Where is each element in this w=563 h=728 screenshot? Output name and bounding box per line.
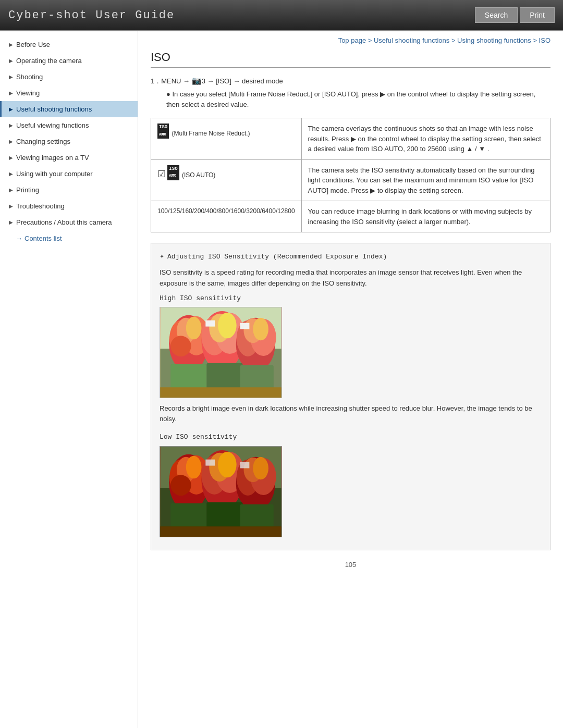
breadcrumb-using-shooting[interactable]: Using shooting functions: [457, 36, 531, 44]
sidebar-item-printing[interactable]: ▶ Printing: [0, 182, 138, 198]
svg-rect-20: [170, 364, 206, 390]
chevron-right-icon: ▶: [9, 155, 13, 161]
chevron-right-icon: ▶: [9, 42, 13, 47]
chevron-right-icon: ▶: [9, 187, 13, 193]
chevron-right-icon: ▶: [9, 139, 13, 144]
table-row: ☑ ISOAUTO (ISO AUTO) The camera sets the…: [151, 159, 550, 201]
sidebar-item-precautions[interactable]: ▶ Precautions / About this camera: [0, 214, 138, 230]
step1-text: 1．MENU → 📷3 → [ISO] → desired mode: [151, 76, 550, 86]
svg-point-7: [170, 336, 191, 357]
svg-point-12: [218, 313, 237, 338]
low-iso-label: Low ISO sensitivity: [160, 432, 542, 443]
high-iso-image: [160, 307, 282, 398]
contents-list-link[interactable]: → Contents list: [0, 230, 138, 246]
table-cell-desc: You can reduce image blurring in dark lo…: [301, 201, 550, 232]
chevron-right-icon: ▶: [9, 74, 13, 80]
sidebar-item-shooting[interactable]: ▶ Shooting: [0, 69, 138, 85]
sidebar-item-viewing[interactable]: ▶ Viewing: [0, 85, 138, 101]
print-button[interactable]: Print: [520, 7, 555, 23]
sidebar-item-operating[interactable]: ▶ Operating the camera: [0, 53, 138, 69]
iso-auto-badge: ISOAUTO: [167, 165, 179, 180]
gear-icon: ✦: [160, 251, 164, 263]
breadcrumb: Top page > Useful shooting functions > U…: [151, 36, 550, 44]
sidebar-item-using-computer[interactable]: ▶ Using with your computer: [0, 166, 138, 182]
sidebar-item-label: Operating the camera: [16, 57, 82, 65]
breadcrumb-top[interactable]: Top page: [338, 36, 366, 44]
sidebar-item-viewing-tv[interactable]: ▶ Viewing images on a TV: [0, 150, 138, 166]
table-cell-icon-label: (ISO AUTO): [182, 171, 215, 178]
svg-point-30: [186, 456, 202, 478]
sidebar-item-label: Changing settings: [16, 138, 70, 145]
sidebar-item-useful-shooting[interactable]: ▶ Useful shooting functions: [0, 101, 138, 117]
high-iso-label: High ISO sensitivity: [160, 293, 542, 304]
high-iso-caption: Records a bright image even in dark loca…: [160, 403, 542, 424]
sidebar-item-label: Viewing images on a TV: [16, 154, 89, 162]
sidebar-item-label: Troubleshooting: [16, 202, 65, 210]
svg-point-6: [186, 317, 202, 339]
sidebar-item-label: Precautions / About this camera: [16, 218, 112, 226]
sidebar-item-troubleshooting[interactable]: ▶ Troubleshooting: [0, 198, 138, 214]
search-button[interactable]: Search: [475, 7, 518, 23]
sidebar-item-label: Useful shooting functions: [16, 105, 92, 113]
svg-rect-46: [240, 504, 274, 529]
arrow-right-icon: →: [16, 235, 22, 242]
info-box-body: ISO sensitivity is a speed rating for re…: [160, 267, 542, 289]
contents-list-label: Contents list: [25, 235, 62, 242]
table-row: 100/125/160/200/400/800/1600/3200/6400/1…: [151, 201, 550, 232]
breadcrumb-useful-shooting[interactable]: Useful shooting functions: [374, 36, 449, 44]
sidebar-item-useful-viewing[interactable]: ▶ Useful viewing functions: [0, 117, 138, 133]
header-buttons: Search Print: [475, 7, 555, 23]
sidebar-item-changing-settings[interactable]: ▶ Changing settings: [0, 133, 138, 150]
svg-rect-18: [205, 320, 215, 327]
svg-point-36: [218, 452, 237, 477]
svg-point-17: [253, 318, 268, 340]
info-box-title-text: Adjusting ISO Sensitivity (Recommended E…: [167, 252, 387, 263]
checkmark-icon: ☑: [157, 168, 166, 179]
breadcrumb-iso[interactable]: ISO: [539, 36, 550, 44]
chevron-right-icon: ▶: [9, 171, 13, 177]
bullet1-text: In case you select [Multi Frame Noise Re…: [166, 89, 550, 109]
svg-point-31: [170, 475, 191, 496]
table-cell-desc: The camera sets the ISO sensitivity auto…: [301, 159, 550, 201]
chevron-right-icon: ▶: [9, 58, 13, 64]
chevron-right-icon: ▶: [9, 90, 13, 96]
svg-rect-45: [206, 502, 242, 529]
chevron-right-icon: ▶: [9, 122, 13, 128]
info-box: ✦ Adjusting ISO Sensitivity (Recommended…: [151, 243, 550, 550]
table-cell-icon-label: (Multi Frame Noise Reduct.): [172, 130, 250, 137]
iso-badge: ISOAUTO: [157, 124, 169, 139]
chevron-right-icon: ▶: [9, 203, 13, 209]
svg-rect-44: [170, 503, 206, 529]
main-content: Top page > Useful shooting functions > U…: [138, 31, 563, 728]
sidebar-item-label: Shooting: [16, 73, 43, 81]
page-number: 105: [151, 561, 550, 569]
chevron-right-icon: ▶: [9, 106, 13, 112]
sidebar-item-label: Useful viewing functions: [16, 121, 89, 129]
sidebar-item-before-use[interactable]: ▶ Before Use: [0, 36, 138, 53]
svg-rect-43: [240, 462, 250, 468]
sidebar-item-label: Using with your computer: [16, 170, 93, 178]
svg-rect-23: [160, 388, 281, 398]
table-cell-numbers: 100/125/160/200/400/800/1600/3200/6400/1…: [151, 201, 302, 232]
svg-rect-22: [240, 365, 274, 390]
page-header: Cyber-shot User Guide Search Print: [0, 0, 563, 31]
table-cell-desc: The camera overlays the continuous shots…: [301, 118, 550, 160]
svg-rect-19: [240, 323, 250, 329]
svg-rect-47: [160, 526, 281, 537]
sidebar-item-label: Printing: [16, 186, 39, 194]
table-cell-icon: ☑ ISOAUTO (ISO AUTO): [151, 159, 302, 201]
chevron-right-icon: ▶: [9, 219, 13, 225]
sidebar: ▶ Before Use ▶ Operating the camera ▶ Sh…: [0, 31, 138, 728]
table-cell-icon: ISOAUTO (Multi Frame Noise Reduct.): [151, 118, 302, 160]
table-row: ISOAUTO (Multi Frame Noise Reduct.) The …: [151, 118, 550, 160]
info-box-title: ✦ Adjusting ISO Sensitivity (Recommended…: [160, 251, 542, 263]
iso-table: ISOAUTO (Multi Frame Noise Reduct.) The …: [151, 118, 550, 232]
sidebar-item-label: Before Use: [16, 41, 50, 48]
page-title: ISO: [151, 51, 550, 68]
app-title: Cyber-shot User Guide: [8, 9, 175, 22]
low-iso-image: [160, 446, 282, 537]
svg-rect-21: [206, 363, 242, 390]
svg-rect-42: [205, 460, 215, 466]
svg-point-41: [253, 457, 268, 479]
sidebar-item-label: Viewing: [16, 89, 40, 97]
